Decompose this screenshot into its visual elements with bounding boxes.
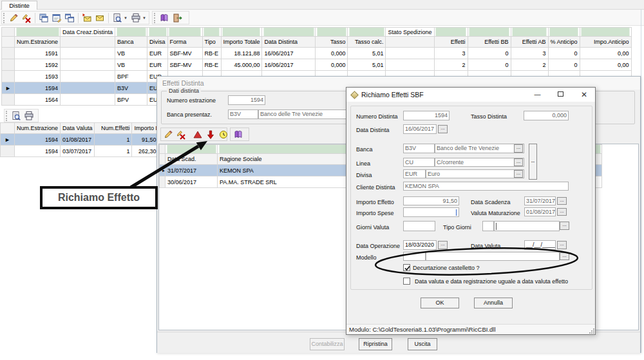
divisa-name-field[interactable]: Euro bbox=[426, 169, 524, 178]
text-caret bbox=[496, 223, 497, 230]
resize-grip[interactable] bbox=[589, 328, 594, 334]
copy-icon[interactable] bbox=[39, 13, 49, 23]
banca-code-field[interactable]: B3V bbox=[228, 109, 258, 119]
ed-book-icon[interactable] bbox=[233, 129, 243, 140]
data-valuta-picker[interactable]: ... bbox=[557, 241, 567, 249]
group-data-creaz: Data Creaz.Distinta bbox=[61, 28, 115, 37]
ed-cancel-icon[interactable] bbox=[176, 129, 186, 140]
data-scadenza-picker[interactable]: ... bbox=[557, 197, 567, 205]
tipo-giorni-code-field[interactable] bbox=[482, 221, 494, 231]
properties-icon[interactable] bbox=[52, 13, 62, 23]
valute-grid: Num.Estrazione Data Valuta Num.Effetti I… bbox=[0, 122, 173, 157]
banca-name-field[interactable]: Banco delle Tre Venezie bbox=[435, 144, 524, 153]
ripristina-button[interactable]: Ripristina bbox=[359, 338, 392, 350]
tipo-giorni-picker[interactable]: ... bbox=[560, 222, 569, 230]
linea-name-field[interactable]: C/corrente bbox=[435, 158, 524, 167]
mail-icon[interactable] bbox=[95, 13, 105, 23]
tasso-distinta-field[interactable]: 0,000 bbox=[524, 111, 569, 120]
cancel-edit-icon[interactable] bbox=[21, 13, 32, 23]
toolbar-grip2 bbox=[154, 13, 156, 23]
sub-print-icon[interactable] bbox=[24, 111, 34, 121]
row-marker-icon: ► bbox=[2, 82, 15, 94]
ed-edit-icon[interactable] bbox=[163, 129, 173, 140]
giorni-valuta-field[interactable] bbox=[403, 221, 435, 231]
tab-strip: Distinte bbox=[0, 0, 644, 10]
importo-effetto-label: Importo Effetto bbox=[356, 199, 394, 205]
ok-button[interactable]: OK bbox=[421, 298, 459, 308]
ed-clock-icon[interactable] bbox=[218, 129, 229, 140]
edit-icon[interactable] bbox=[8, 13, 19, 23]
print-icon[interactable] bbox=[131, 13, 141, 23]
ed-warning-icon[interactable] bbox=[193, 129, 203, 140]
modello-name-field[interactable] bbox=[426, 252, 560, 261]
cliente-distinta-label: Cliente Distinta bbox=[356, 184, 395, 191]
data-operazione-field[interactable]: 18/03/2020 bbox=[403, 240, 437, 250]
print-preview-dropdown[interactable]: ▼ bbox=[124, 16, 128, 20]
data-operazione-picker[interactable]: ... bbox=[438, 241, 448, 249]
minimize-button[interactable]: — bbox=[527, 88, 548, 102]
linea-label: Linea bbox=[356, 160, 370, 167]
uscita-button[interactable]: Uscita bbox=[408, 338, 437, 350]
exit-icon[interactable] bbox=[172, 13, 182, 23]
grid-row-1591[interactable]: 1591VBEURSBF-MVRB-E18.121,8816/06/20170,… bbox=[2, 48, 632, 59]
data-scadenza-label: Data Scadenza bbox=[471, 199, 511, 205]
print-preview-icon[interactable] bbox=[112, 13, 122, 23]
datavaluta-checkbox[interactable] bbox=[403, 278, 410, 285]
sub-print-preview-icon[interactable] bbox=[11, 111, 21, 121]
linea-picker[interactable]: ... bbox=[514, 158, 523, 166]
contabilizza-button[interactable]: Contabilizza bbox=[310, 338, 345, 350]
sub-toolbar bbox=[0, 109, 156, 122]
divisa-label: Divisa bbox=[356, 172, 372, 178]
sub-row-2[interactable]: 159403/07/20171262,30 bbox=[1, 146, 173, 157]
modello-code-field[interactable] bbox=[403, 252, 426, 261]
help-book-icon[interactable] bbox=[159, 13, 169, 23]
richiamo-effetto-icon[interactable] bbox=[205, 129, 216, 140]
importo-spese-field[interactable] bbox=[403, 207, 459, 217]
modello-picker[interactable]: ... bbox=[560, 252, 569, 260]
grid-row-1592[interactable]: 1592VBEURSBF-MVRB-E45.000,0016/06/20170,… bbox=[2, 59, 632, 71]
decurtazione-checkbox[interactable] bbox=[403, 264, 410, 271]
cliente-distinta-field[interactable]: KEMON SPA bbox=[403, 182, 569, 191]
importo-effetto-field[interactable]: 91,50 bbox=[403, 196, 459, 205]
effetti-toolbar2 bbox=[230, 128, 249, 141]
richiamo-dialog: Richiamo Effetti SBF — ✕ Numero Distinta… bbox=[346, 87, 596, 335]
importo-spese-label: Importo Spese bbox=[356, 210, 394, 216]
maximize-button[interactable] bbox=[550, 88, 571, 102]
valuta-maturazione-label: Valuta Maturazione bbox=[471, 210, 520, 216]
data-distinta-field[interactable]: 16/06/2017 bbox=[403, 124, 437, 134]
toolbar-grip bbox=[3, 13, 6, 23]
numero-distinta-field[interactable]: 1594 bbox=[403, 111, 450, 120]
modello-label: Modello bbox=[356, 254, 377, 261]
banca-name-field[interactable]: Banco delle Tre Venezie bbox=[258, 109, 355, 119]
annulla-button[interactable]: Annulla bbox=[474, 298, 513, 308]
toolbar-group-help bbox=[152, 11, 189, 24]
data-distinta-picker[interactable]: ... bbox=[438, 125, 448, 133]
windows-icon[interactable] bbox=[64, 13, 75, 23]
text-caret bbox=[456, 209, 457, 216]
banca-picker[interactable]: ... bbox=[514, 144, 523, 153]
divisa-picker[interactable]: ... bbox=[514, 170, 523, 178]
valuta-maturazione-field[interactable]: 01/08/2017 bbox=[524, 207, 556, 216]
banca-extra-button[interactable]: -- bbox=[529, 144, 537, 180]
main-toolbar: ▼ ▼ bbox=[0, 10, 644, 26]
data-valuta-field[interactable]: __/__/____ bbox=[524, 240, 556, 250]
tipo-giorni-name-field[interactable] bbox=[494, 221, 560, 231]
mail-send-icon[interactable] bbox=[82, 13, 92, 23]
valuta-maturazione-picker[interactable]: ... bbox=[557, 208, 567, 216]
banca-code-field[interactable]: B3V bbox=[403, 144, 435, 153]
tab-distinte[interactable]: Distinte bbox=[1, 1, 37, 10]
datavaluta-label: Data valuta e data registrazione uguale … bbox=[415, 278, 568, 285]
data-operazione-label: Data Operazione bbox=[356, 243, 400, 249]
data-scadenza-field[interactable]: 31/07/2017 bbox=[524, 196, 556, 205]
data-distinta-label: Data Distinta bbox=[356, 127, 390, 133]
linea-code-field[interactable]: CU bbox=[403, 158, 435, 167]
print-dropdown[interactable]: ▼ bbox=[142, 16, 146, 20]
sub-toolbar-box bbox=[4, 109, 39, 122]
sub-row-selected[interactable]: ► 159401/08/2017191,50 bbox=[1, 134, 173, 146]
giorni-valuta-label: Giorni Valuta bbox=[356, 224, 389, 231]
close-button[interactable]: ✕ bbox=[573, 88, 595, 102]
numero-estrazione-field[interactable]: 1594 bbox=[228, 95, 265, 105]
effetti-row-marker-icon: ► bbox=[160, 165, 166, 176]
divisa-code-field[interactable]: EUR bbox=[403, 169, 426, 178]
tipo-giorni-label: Tipo Giorni bbox=[443, 224, 471, 231]
